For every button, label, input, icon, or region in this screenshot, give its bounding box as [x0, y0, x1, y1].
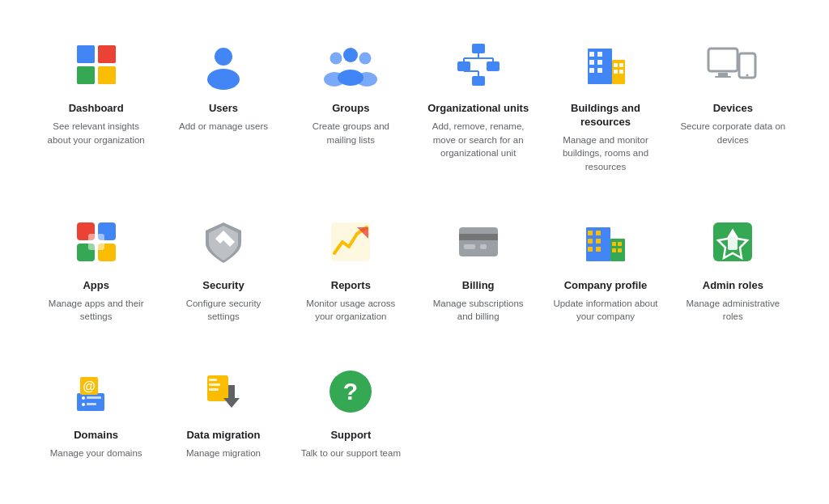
data-migration-desc: Manage migration: [186, 447, 261, 460]
svg-point-13: [359, 53, 372, 65]
support-title: Support: [330, 429, 371, 443]
card-billing[interactable]: Billing Manage subscriptions and billing: [414, 197, 542, 340]
svg-rect-36: [614, 63, 618, 67]
card-org-units[interactable]: Organizational units Add, remove, rename…: [414, 19, 542, 190]
admin-roles-desc: Manage administrative roles: [679, 297, 787, 324]
svg-rect-70: [730, 232, 735, 237]
card-reports[interactable]: Reports Monitor usage across your organi…: [287, 197, 414, 340]
card-users[interactable]: Users Add or manage users: [159, 19, 287, 190]
security-icon: [198, 216, 249, 268]
svg-rect-55: [480, 244, 487, 249]
svg-rect-40: [708, 49, 738, 71]
apps-title: Apps: [83, 279, 109, 293]
devices-desc: Secure corporate data on devices: [679, 120, 787, 146]
domains-title: Domains: [74, 429, 118, 443]
svg-rect-17: [472, 44, 485, 53]
dashboard-title: Dashboard: [69, 102, 124, 116]
org-units-desc: Add, remove, rename, move or search for …: [424, 120, 532, 160]
card-company-profile[interactable]: Company profile Update information about…: [542, 197, 669, 340]
card-support[interactable]: ? Support Talk to our support team: [287, 346, 414, 476]
svg-rect-38: [614, 70, 618, 74]
admin-roles-icon: [707, 216, 759, 268]
card-security[interactable]: Security Configure security settings: [159, 197, 287, 340]
groups-icon: [325, 39, 376, 91]
support-icon: ?: [325, 366, 376, 417]
devices-title: Devices: [713, 102, 753, 116]
svg-point-11: [343, 48, 358, 62]
svg-point-15: [324, 72, 345, 87]
svg-rect-33: [589, 68, 594, 73]
org-units-icon: [453, 39, 504, 91]
svg-rect-60: [596, 239, 601, 244]
card-groups[interactable]: Groups Create groups and mailing lists: [287, 19, 414, 190]
svg-rect-59: [588, 239, 593, 244]
svg-rect-42: [715, 76, 731, 78]
svg-rect-8: [98, 66, 116, 84]
reports-desc: Monitor usage across your organization: [297, 297, 405, 324]
svg-rect-24: [472, 76, 485, 86]
svg-rect-18: [457, 61, 470, 71]
buildings-title: Buildings and resources: [551, 102, 659, 129]
dashboard-desc: See relevant insights about your organiz…: [42, 120, 150, 146]
svg-rect-64: [612, 242, 616, 246]
svg-rect-6: [98, 45, 116, 63]
support-desc: Talk to our support team: [301, 447, 401, 460]
svg-rect-79: [209, 379, 217, 381]
dashboard-icon: [70, 39, 122, 91]
card-devices[interactable]: Devices Secure corporate data on devices: [670, 19, 797, 190]
svg-rect-65: [618, 242, 622, 246]
svg-rect-39: [619, 70, 623, 74]
svg-rect-54: [464, 244, 475, 249]
svg-rect-37: [619, 63, 623, 67]
card-buildings[interactable]: Buildings and resources Manage and monit…: [542, 19, 669, 190]
svg-rect-30: [597, 52, 602, 57]
users-icon: [198, 39, 249, 91]
card-dashboard[interactable]: Dashboard See relevant insights about yo…: [32, 19, 159, 190]
svg-point-9: [215, 48, 232, 66]
svg-point-72: [82, 396, 85, 400]
svg-rect-62: [596, 247, 601, 252]
reports-title: Reports: [331, 279, 371, 293]
data-migration-icon: [198, 366, 249, 417]
svg-rect-74: [87, 396, 101, 399]
svg-rect-52: [459, 227, 498, 256]
devices-icon: [707, 39, 759, 91]
svg-rect-41: [718, 73, 728, 76]
card-domains[interactable]: @ Domains Manage your domains: [32, 346, 159, 476]
svg-text:?: ?: [343, 378, 358, 404]
svg-rect-67: [618, 248, 622, 252]
admin-console-grid: Dashboard See relevant insights about yo…: [32, 19, 797, 476]
svg-point-73: [82, 403, 85, 406]
svg-rect-5: [77, 45, 95, 63]
card-apps[interactable]: Apps Manage apps and their settings: [32, 197, 159, 340]
groups-title: Groups: [332, 102, 369, 116]
reports-icon: [325, 216, 376, 268]
domains-icon: @: [70, 366, 122, 417]
svg-point-16: [356, 72, 377, 87]
svg-rect-19: [487, 61, 500, 71]
card-admin-roles[interactable]: Admin roles Manage administrative roles: [670, 197, 797, 340]
groups-desc: Create groups and mailing lists: [297, 120, 405, 146]
svg-rect-75: [87, 403, 96, 405]
card-data-migration[interactable]: Data migration Manage migration: [159, 346, 287, 476]
users-desc: Add or manage users: [179, 120, 268, 133]
billing-title: Billing: [462, 279, 495, 293]
svg-rect-69: [728, 235, 738, 250]
users-title: Users: [209, 102, 238, 116]
apps-desc: Manage apps and their settings: [42, 297, 150, 324]
company-profile-desc: Update information about your company: [551, 297, 659, 324]
buildings-icon: [580, 39, 631, 91]
domains-desc: Manage your domains: [50, 447, 142, 460]
billing-desc: Manage subscriptions and billing: [424, 297, 532, 324]
svg-point-44: [746, 74, 749, 77]
svg-rect-34: [597, 68, 602, 73]
svg-rect-81: [209, 388, 219, 391]
svg-rect-53: [459, 234, 498, 240]
admin-roles-title: Admin roles: [703, 279, 763, 293]
svg-rect-57: [588, 231, 593, 235]
svg-rect-66: [612, 248, 616, 252]
billing-icon: [453, 216, 504, 268]
svg-rect-49: [88, 234, 104, 250]
svg-rect-61: [588, 247, 593, 252]
svg-point-12: [330, 53, 342, 65]
